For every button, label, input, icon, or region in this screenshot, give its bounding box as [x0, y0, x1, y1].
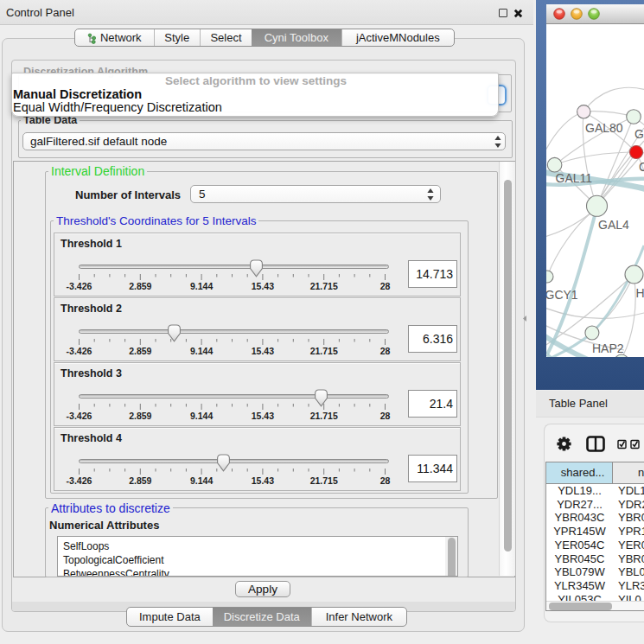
svg-text:HAP2: HAP2 — [592, 341, 624, 355]
svg-text:GCY1: GCY1 — [546, 288, 578, 302]
svg-text:GAL11: GAL11 — [556, 171, 593, 185]
svg-text:GA: GA — [634, 127, 644, 141]
svg-text:C: C — [639, 160, 644, 174]
svg-text:GAL80: GAL80 — [585, 121, 623, 135]
svg-text:H: H — [636, 286, 644, 300]
svg-text:GAL4: GAL4 — [598, 218, 629, 232]
